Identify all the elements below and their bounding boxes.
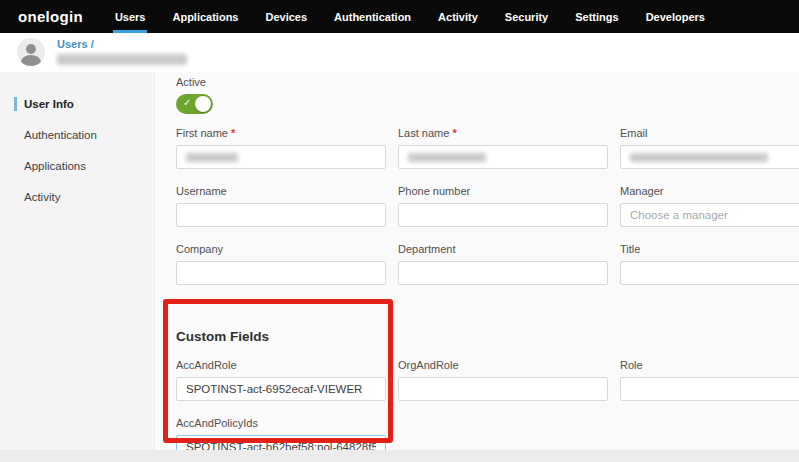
acc-and-role-label: AccAndRole xyxy=(176,359,386,371)
company-label: Company xyxy=(176,243,386,255)
page: onelogin Users Applications Devices Auth… xyxy=(0,0,799,462)
manager-label: Manager xyxy=(620,185,799,197)
email-label: Email xyxy=(620,127,799,139)
company-input[interactable] xyxy=(176,261,386,285)
title-input[interactable] xyxy=(620,261,799,285)
sidebar-item-applications[interactable]: Applications xyxy=(0,154,154,178)
field-manager: Manager xyxy=(620,185,799,227)
username-label: Username xyxy=(176,185,386,197)
acc-and-role-input[interactable] xyxy=(176,377,386,401)
onelogin-logo[interactable]: onelogin xyxy=(18,0,83,33)
sidebar-item-activity[interactable]: Activity xyxy=(0,185,154,209)
custom-fields-row-1: AccAndRole OrgAndRole Role xyxy=(176,359,799,401)
nav-item-devices[interactable]: Devices xyxy=(263,0,309,33)
required-asterisk: * xyxy=(452,127,456,139)
field-acc-and-role: AccAndRole xyxy=(176,359,386,401)
role-label: Role xyxy=(620,359,799,371)
field-last-name: Last name* xyxy=(398,127,608,169)
acc-and-policy-ids-input[interactable] xyxy=(176,435,386,450)
sidebar: User Info Authentication Applications Ac… xyxy=(0,72,155,450)
acc-and-policy-ids-label: AccAndPolicyIds xyxy=(176,417,386,429)
field-email: Email xyxy=(620,127,799,169)
form-row-2: Username Phone number Manager xyxy=(176,185,799,227)
nav-item-users[interactable]: Users xyxy=(113,0,148,33)
nav-item-developers[interactable]: Developers xyxy=(644,0,707,33)
field-phone-number: Phone number xyxy=(398,185,608,227)
redacted-first-name-value xyxy=(186,153,238,162)
redacted-user-name xyxy=(57,54,187,65)
field-org-and-role: OrgAndRole xyxy=(398,359,608,401)
required-asterisk: * xyxy=(231,127,235,139)
breadcrumb-bar: Users / xyxy=(0,33,799,72)
active-label: Active xyxy=(176,76,799,88)
active-toggle[interactable]: ✓ xyxy=(176,94,213,114)
field-department: Department xyxy=(398,243,608,285)
role-input[interactable] xyxy=(620,377,799,401)
department-input[interactable] xyxy=(398,261,608,285)
user-info-form: Active ✓ First name* Last name* xyxy=(155,72,799,450)
org-and-role-input[interactable] xyxy=(398,377,608,401)
check-icon: ✓ xyxy=(183,97,191,108)
last-name-label: Last name* xyxy=(398,127,608,139)
department-label: Department xyxy=(398,243,608,255)
nav-menu: Users Applications Devices Authenticatio… xyxy=(113,0,707,33)
field-acc-and-policy-ids: AccAndPolicyIds xyxy=(176,417,386,450)
top-nav: onelogin Users Applications Devices Auth… xyxy=(0,0,799,33)
breadcrumb-users-link[interactable]: Users / xyxy=(57,38,94,50)
nav-item-authentication[interactable]: Authentication xyxy=(332,0,413,33)
nav-item-activity[interactable]: Activity xyxy=(436,0,480,33)
username-input[interactable] xyxy=(176,203,386,227)
field-company: Company xyxy=(176,243,386,285)
nav-item-applications[interactable]: Applications xyxy=(170,0,240,33)
custom-fields-row-2: AccAndPolicyIds xyxy=(176,417,799,450)
field-title: Title xyxy=(620,243,799,285)
form-row-1: First name* Last name* Email xyxy=(176,127,799,169)
org-and-role-label: OrgAndRole xyxy=(398,359,608,371)
phone-number-input[interactable] xyxy=(398,203,608,227)
nav-item-security[interactable]: Security xyxy=(503,0,550,33)
nav-item-settings[interactable]: Settings xyxy=(573,0,620,33)
field-first-name: First name* xyxy=(176,127,386,169)
custom-fields-heading: Custom Fields xyxy=(176,329,799,344)
sidebar-item-authentication[interactable]: Authentication xyxy=(0,123,154,147)
redacted-last-name-value xyxy=(408,153,486,162)
field-role: Role xyxy=(620,359,799,401)
title-label: Title xyxy=(620,243,799,255)
toggle-knob xyxy=(195,96,211,112)
redacted-email-value xyxy=(630,153,768,162)
form-row-3: Company Department Title xyxy=(176,243,799,285)
field-username: Username xyxy=(176,185,386,227)
sidebar-item-user-info[interactable]: User Info xyxy=(0,92,154,116)
phone-number-label: Phone number xyxy=(398,185,608,197)
user-avatar-icon xyxy=(17,38,45,66)
first-name-label: First name* xyxy=(176,127,386,139)
bottom-strip xyxy=(0,450,799,462)
manager-input[interactable] xyxy=(620,203,799,227)
